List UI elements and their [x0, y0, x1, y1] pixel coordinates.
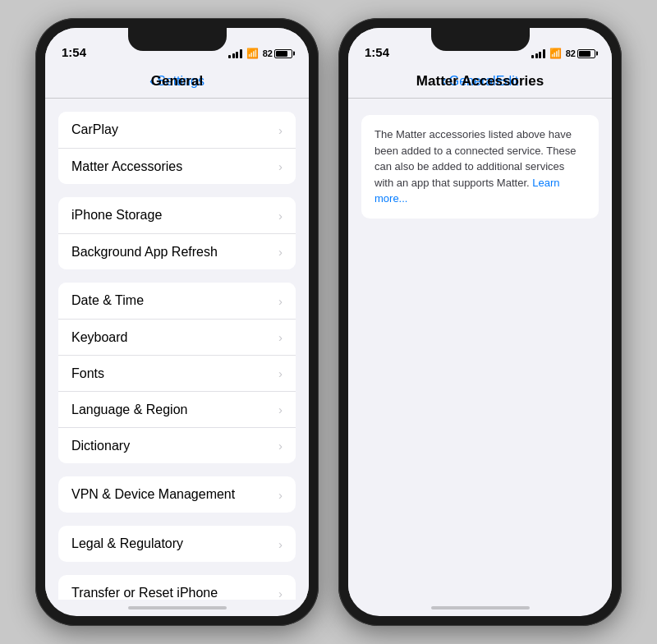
- signal-icon-1: [228, 49, 242, 58]
- signal-icon-2: [531, 49, 545, 58]
- fonts-right: ›: [278, 366, 283, 380]
- settings-section-datetime: Date & Time › Keyboard › Fonts ›: [58, 283, 296, 463]
- phone-1: 1:54 📶 82 ‹ S: [35, 18, 319, 626]
- settings-content-1: CarPlay › Matter Accessories › iPhone St…: [45, 99, 309, 600]
- settings-row-legal[interactable]: Legal & Regulatory ›: [58, 526, 296, 562]
- bg-refresh-right: ›: [278, 245, 283, 259]
- dictionary-label: Dictionary: [71, 439, 130, 453]
- home-bar-1: [128, 606, 227, 610]
- date-time-chevron-icon: ›: [278, 294, 283, 308]
- vpn-right: ›: [278, 488, 283, 502]
- status-bar-2: 1:54 📶 82: [348, 28, 612, 64]
- notch-1: [128, 28, 227, 51]
- battery-icon-1: [274, 49, 292, 58]
- transfer-chevron-icon: ›: [278, 586, 283, 600]
- settings-row-matter[interactable]: Matter Accessories ›: [58, 148, 296, 184]
- settings-section-legal: Legal & Regulatory ›: [58, 526, 296, 562]
- settings-row-carplay[interactable]: CarPlay ›: [58, 112, 296, 148]
- date-time-label: Date & Time: [71, 293, 144, 308]
- settings-section-carplay: CarPlay › Matter Accessories ›: [58, 112, 296, 184]
- fonts-label: Fonts: [71, 366, 104, 381]
- battery-fill-2: [579, 51, 590, 57]
- keyboard-chevron-icon: ›: [278, 330, 283, 344]
- dictionary-chevron-icon: ›: [278, 439, 283, 453]
- language-right: ›: [278, 402, 283, 416]
- home-indicator-2: [348, 600, 612, 616]
- status-icons-2: 📶 82: [531, 48, 595, 59]
- dictionary-right: ›: [278, 439, 283, 453]
- language-label: Language & Region: [71, 402, 187, 417]
- battery-2: 82: [566, 48, 595, 58]
- matter-info-text: The Matter accessories listed above have…: [374, 126, 586, 207]
- settings-row-transfer[interactable]: Transfer or Reset iPhone ›: [58, 575, 296, 600]
- fonts-chevron-icon: ›: [278, 366, 283, 380]
- status-time-2: 1:54: [365, 45, 389, 59]
- settings-row-keyboard[interactable]: Keyboard ›: [58, 319, 296, 355]
- matter-right: ›: [278, 159, 283, 173]
- nav-bar-2: ‹ General Matter Accessories Edit: [348, 64, 612, 99]
- transfer-right: ›: [278, 586, 283, 600]
- battery-percent-2: 82: [566, 48, 576, 58]
- legal-chevron-icon: ›: [278, 537, 283, 551]
- matter-label: Matter Accessories: [71, 159, 182, 174]
- matter-info-box: The Matter accessories listed above have…: [361, 115, 599, 218]
- vpn-label: VPN & Device Management: [71, 487, 235, 502]
- keyboard-label: Keyboard: [71, 330, 128, 345]
- iphone-storage-right: ›: [278, 209, 283, 223]
- settings-row-vpn[interactable]: VPN & Device Management ›: [58, 476, 296, 513]
- carplay-label: CarPlay: [71, 122, 118, 137]
- settings-row-iphone-storage[interactable]: iPhone Storage ›: [58, 197, 296, 233]
- battery-icon-2: [577, 49, 595, 58]
- settings-row-date-time[interactable]: Date & Time ›: [58, 283, 296, 319]
- legal-right: ›: [278, 537, 283, 551]
- settings-row-language[interactable]: Language & Region ›: [58, 391, 296, 427]
- battery-1: 82: [263, 48, 292, 58]
- vpn-chevron-icon: ›: [278, 488, 283, 502]
- status-bar-1: 1:54 📶 82: [45, 28, 309, 64]
- date-time-right: ›: [278, 294, 283, 308]
- wifi-icon-1: 📶: [246, 48, 259, 59]
- bg-refresh-label: Background App Refresh: [71, 245, 218, 260]
- wifi-icon-2: 📶: [549, 48, 562, 59]
- carplay-chevron-icon: ›: [278, 123, 283, 137]
- status-icons-1: 📶 82: [228, 48, 292, 59]
- home-indicator-1: [45, 600, 309, 616]
- home-bar-2: [431, 606, 530, 610]
- iphone-storage-chevron-icon: ›: [278, 209, 283, 223]
- phone-2-screen: 1:54 📶 82 ‹ G: [348, 28, 612, 616]
- settings-section-vpn: VPN & Device Management ›: [58, 476, 296, 513]
- notch-2: [431, 28, 530, 51]
- phone-2: 1:54 📶 82 ‹ G: [338, 18, 622, 626]
- nav-bar-1: ‹ Settings General: [45, 64, 309, 99]
- keyboard-right: ›: [278, 330, 283, 344]
- settings-section-transfer: Transfer or Reset iPhone ›: [58, 575, 296, 600]
- settings-section-storage: iPhone Storage › Background App Refresh …: [58, 197, 296, 269]
- matter-content: The Matter accessories listed above have…: [348, 99, 612, 600]
- bg-refresh-chevron-icon: ›: [278, 245, 283, 259]
- battery-percent-1: 82: [263, 48, 273, 58]
- transfer-label: Transfer or Reset iPhone: [71, 586, 218, 600]
- phone-1-screen: 1:54 📶 82 ‹ S: [45, 28, 309, 616]
- nav-title-2: Matter Accessories: [416, 73, 544, 90]
- battery-fill-1: [276, 51, 287, 57]
- settings-row-bg-refresh[interactable]: Background App Refresh ›: [58, 233, 296, 269]
- status-time-1: 1:54: [62, 45, 86, 59]
- settings-row-dictionary[interactable]: Dictionary ›: [58, 427, 296, 463]
- iphone-storage-label: iPhone Storage: [71, 208, 162, 223]
- carplay-right: ›: [278, 123, 283, 137]
- settings-row-fonts[interactable]: Fonts ›: [58, 355, 296, 391]
- nav-title-1: General: [151, 73, 203, 90]
- matter-chevron-icon: ›: [278, 159, 283, 173]
- legal-label: Legal & Regulatory: [71, 536, 183, 551]
- language-chevron-icon: ›: [278, 402, 283, 416]
